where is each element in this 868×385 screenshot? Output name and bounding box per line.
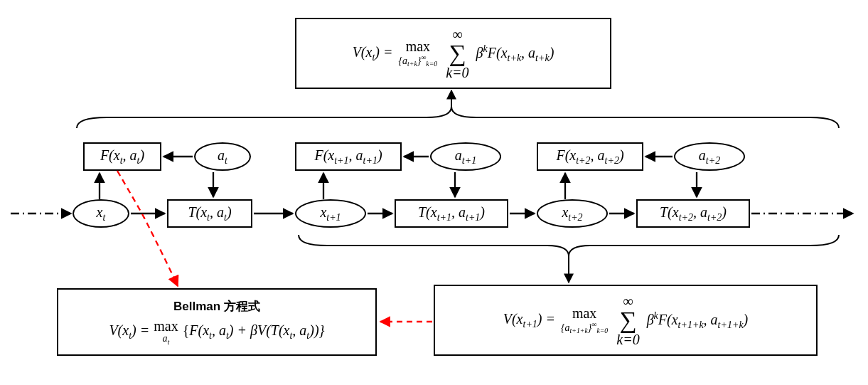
txt: t+2 bbox=[605, 155, 619, 166]
txt: {a bbox=[561, 322, 570, 332]
txt: T(x bbox=[188, 204, 207, 220]
value-function-t1-box: V(xt+1) = max {at+1+k}∞k=0 ∞ ∑ k=0 βkF(x… bbox=[434, 285, 818, 356]
txt: t+1 bbox=[363, 155, 377, 166]
txt: t+1 bbox=[462, 155, 476, 166]
txt: β bbox=[647, 311, 654, 327]
state-x-t2: xt+2 bbox=[537, 199, 608, 228]
txt: t+2 bbox=[568, 212, 582, 223]
bellman-title: Bellman 方程式 bbox=[173, 298, 260, 315]
txt: t+k bbox=[407, 60, 417, 68]
txt: β bbox=[476, 44, 483, 60]
txt: F(x bbox=[100, 147, 120, 163]
txt: k=0 bbox=[596, 327, 608, 334]
txt: ) = bbox=[537, 311, 555, 327]
txt: t+2 bbox=[706, 155, 720, 166]
txt: t bbox=[168, 338, 170, 346]
txt: t+k bbox=[508, 52, 522, 63]
txt: a bbox=[218, 147, 225, 163]
txt: { bbox=[183, 322, 190, 338]
action-a-t: at bbox=[194, 142, 251, 171]
txt: a bbox=[455, 147, 462, 163]
txt: , a bbox=[451, 204, 466, 220]
top-brace-icon bbox=[77, 90, 839, 128]
txt: t+2 bbox=[679, 212, 693, 223]
transition-T-t2: T(xt+2, at+2) bbox=[636, 199, 750, 228]
bottom-brace-icon bbox=[299, 235, 839, 283]
txt: ∞ bbox=[452, 27, 462, 41]
txt: F(x bbox=[658, 311, 678, 327]
txt: t+1+k bbox=[718, 319, 744, 329]
txt: , a bbox=[693, 204, 707, 220]
txt: ))} bbox=[309, 322, 324, 338]
txt: , a bbox=[704, 311, 718, 327]
txt: V(x bbox=[109, 322, 129, 338]
value-function-box: V(xt) = max {at+k}∞k=0 ∞ ∑ k=0 βkF(xt+k,… bbox=[295, 18, 611, 89]
action-a-t1: at+1 bbox=[430, 142, 501, 171]
sum-icon: ∑ bbox=[449, 41, 466, 65]
txt: k=0 bbox=[616, 332, 639, 347]
txt: t+1+k bbox=[570, 327, 588, 334]
txt: max bbox=[154, 319, 178, 334]
bellman-equation-box: Bellman 方程式 V(xt) = max at {F(xt, at) + … bbox=[57, 288, 377, 356]
txt: ∞ bbox=[623, 294, 633, 308]
txt: , a bbox=[123, 147, 137, 163]
txt: t+2 bbox=[707, 212, 722, 223]
txt: x bbox=[562, 204, 568, 220]
txt: t+1 bbox=[466, 212, 480, 223]
state-x-t1: xt+1 bbox=[295, 199, 366, 228]
txt: ) bbox=[550, 44, 554, 60]
txt: ) bbox=[619, 147, 624, 163]
txt: t+1 bbox=[437, 212, 451, 223]
txt: t+k bbox=[535, 52, 550, 63]
reward-F-t: F(xt, at) bbox=[83, 142, 161, 171]
txt: max bbox=[406, 39, 430, 54]
txt: max bbox=[572, 306, 596, 321]
txt: ) bbox=[377, 147, 382, 163]
txt: ) bbox=[227, 204, 232, 220]
txt: V(x bbox=[503, 311, 523, 327]
txt: x bbox=[320, 204, 326, 220]
txt: t+1+k bbox=[678, 319, 704, 329]
txt: {a bbox=[398, 55, 407, 65]
sum-icon: ∑ bbox=[619, 308, 636, 332]
txt: ) = bbox=[375, 44, 392, 60]
txt: t+1 bbox=[334, 155, 348, 166]
txt: F(x bbox=[488, 44, 508, 60]
txt: T(x bbox=[418, 204, 437, 220]
txt: x bbox=[97, 204, 103, 220]
txt: t bbox=[103, 212, 106, 223]
txt: , a bbox=[212, 322, 226, 338]
txt: , a bbox=[210, 204, 224, 220]
txt: a bbox=[699, 147, 706, 163]
txt: ) bbox=[744, 311, 749, 327]
txt: t+2 bbox=[576, 155, 590, 166]
txt: , a bbox=[292, 322, 306, 338]
txt: ) bbox=[139, 147, 144, 163]
txt: , a bbox=[349, 147, 363, 163]
action-a-t2: at+2 bbox=[674, 142, 745, 171]
txt: k=0 bbox=[426, 60, 437, 68]
txt: T(x bbox=[660, 204, 679, 220]
reward-F-t2: F(xt+2, at+2) bbox=[537, 142, 643, 171]
txt: F(x bbox=[189, 322, 209, 338]
txt: t+1 bbox=[523, 319, 537, 329]
txt: ) bbox=[480, 204, 485, 220]
txt: ) = bbox=[132, 322, 149, 338]
txt: k=0 bbox=[446, 65, 468, 80]
txt: , a bbox=[521, 44, 535, 60]
txt: a bbox=[163, 333, 168, 344]
txt: t bbox=[225, 155, 227, 166]
txt: F(x bbox=[556, 147, 576, 163]
arrow-red-xt-to-bellman bbox=[117, 171, 178, 286]
state-x-t: xt bbox=[73, 199, 129, 228]
txt: V(x bbox=[353, 44, 373, 60]
reward-F-t1: F(xt+1, at+1) bbox=[295, 142, 402, 171]
txt: ) bbox=[722, 204, 727, 220]
transition-T-t1: T(xt+1, at+1) bbox=[395, 199, 508, 228]
txt: ) + βV(T(x bbox=[229, 322, 290, 338]
txt: , a bbox=[591, 147, 605, 163]
txt: F(x bbox=[314, 147, 334, 163]
txt: t+1 bbox=[326, 212, 341, 223]
transition-T-t: T(xt, at) bbox=[167, 199, 252, 228]
